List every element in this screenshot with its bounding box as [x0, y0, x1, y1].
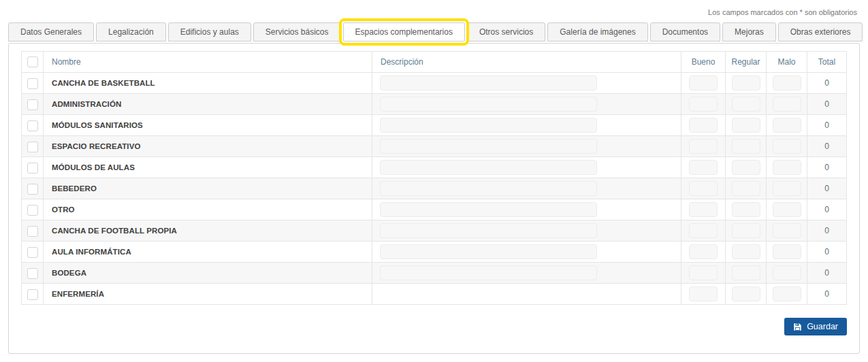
malo-input[interactable] — [773, 118, 801, 133]
tab-servicios-basicos[interactable]: Servicios básicos — [253, 22, 341, 42]
malo-input[interactable] — [773, 244, 801, 259]
bueno-input[interactable] — [689, 202, 718, 217]
bueno-input[interactable] — [689, 181, 718, 196]
col-header-malo: Malo — [767, 52, 807, 73]
regular-cell — [726, 136, 767, 157]
tab-obras-exteriores[interactable]: Obras exteriores — [778, 22, 863, 42]
regular-input[interactable] — [732, 265, 760, 280]
row-checkbox[interactable] — [27, 163, 38, 174]
regular-input[interactable] — [732, 181, 760, 196]
bueno-input[interactable] — [689, 118, 718, 133]
row-name: ESPACIO RECREATIVO — [44, 136, 372, 157]
regular-cell — [726, 220, 767, 242]
malo-input[interactable] — [773, 286, 801, 301]
regular-cell — [726, 115, 767, 136]
description-cell — [372, 220, 681, 242]
save-button[interactable]: Guardar — [784, 318, 847, 335]
total-value: 0 — [807, 178, 847, 199]
row-checkbox[interactable] — [27, 184, 38, 195]
malo-input[interactable] — [773, 202, 801, 217]
tab-otros-servicios[interactable]: Otros servicios — [467, 22, 545, 42]
bueno-input[interactable] — [689, 160, 718, 175]
table-row: BODEGA0 — [22, 263, 847, 284]
regular-input[interactable] — [732, 223, 760, 238]
malo-input[interactable] — [773, 139, 801, 154]
malo-cell — [767, 199, 807, 220]
row-checkbox-cell — [22, 73, 44, 94]
tab-documentos[interactable]: Documentos — [650, 22, 720, 42]
regular-input[interactable] — [732, 139, 760, 154]
tab-edificios-y-aulas[interactable]: Edificios y aulas — [168, 22, 251, 42]
description-cell — [372, 284, 681, 305]
description-input[interactable] — [380, 181, 597, 196]
regular-input[interactable] — [732, 286, 760, 301]
bueno-input[interactable] — [689, 97, 718, 112]
row-checkbox[interactable] — [27, 78, 38, 89]
tab-mejoras[interactable]: Mejoras — [722, 22, 776, 42]
app: Los campos marcados con * son obligatori… — [0, 0, 868, 354]
bueno-input[interactable] — [689, 223, 718, 238]
malo-input[interactable] — [773, 223, 801, 238]
regular-input[interactable] — [732, 244, 760, 259]
regular-input[interactable] — [732, 118, 760, 133]
row-checkbox-cell — [22, 284, 44, 305]
bueno-input[interactable] — [689, 139, 718, 154]
malo-input[interactable] — [773, 265, 801, 280]
regular-input[interactable] — [732, 97, 760, 112]
total-value: 0 — [807, 94, 847, 115]
col-header-total: Total — [807, 52, 847, 73]
bueno-cell — [681, 284, 726, 305]
bueno-input[interactable] — [689, 76, 718, 90]
description-input[interactable] — [380, 265, 597, 280]
bueno-cell — [681, 178, 726, 199]
row-name: CANCHA DE BASKETBALL — [44, 73, 372, 94]
row-checkbox[interactable] — [27, 226, 38, 237]
description-input[interactable] — [380, 118, 597, 133]
row-checkbox[interactable] — [27, 99, 38, 110]
bueno-input[interactable] — [689, 286, 718, 301]
regular-cell — [726, 178, 767, 199]
table-row: BEBEDERO0 — [22, 178, 847, 199]
malo-input[interactable] — [773, 76, 801, 90]
bueno-input[interactable] — [689, 244, 718, 259]
tab-legalizacion[interactable]: Legalización — [96, 22, 166, 42]
row-checkbox[interactable] — [27, 205, 38, 216]
select-all-checkbox[interactable] — [27, 56, 38, 67]
row-checkbox[interactable] — [27, 247, 38, 258]
row-checkbox-cell — [22, 157, 44, 178]
description-cell — [372, 157, 681, 178]
malo-cell — [767, 157, 807, 178]
description-input[interactable] — [380, 223, 597, 238]
regular-input[interactable] — [732, 160, 760, 175]
malo-input[interactable] — [773, 181, 801, 196]
regular-input[interactable] — [732, 202, 760, 217]
malo-cell — [767, 220, 807, 242]
description-cell — [372, 115, 681, 136]
regular-input[interactable] — [732, 76, 760, 90]
description-input[interactable] — [380, 160, 597, 175]
footer: Guardar — [21, 318, 847, 335]
row-name: AULA INFORMÁTICA — [44, 242, 372, 263]
bueno-cell — [681, 242, 726, 263]
bueno-input[interactable] — [689, 265, 718, 280]
save-button-label: Guardar — [807, 322, 838, 331]
row-checkbox[interactable] — [27, 289, 38, 300]
row-checkbox[interactable] — [27, 120, 38, 131]
col-header-regular: Regular — [726, 52, 767, 73]
description-input[interactable] — [380, 139, 597, 154]
row-checkbox[interactable] — [27, 142, 38, 152]
description-input[interactable] — [380, 202, 597, 217]
malo-input[interactable] — [773, 160, 801, 175]
description-input[interactable] — [380, 76, 597, 90]
tab-espacios-complementarios[interactable]: Espacios complementarios — [343, 22, 465, 42]
regular-cell — [726, 263, 767, 284]
tab-datos-generales[interactable]: Datos Generales — [8, 22, 94, 42]
table-row: MÓDULOS SANITARIOS0 — [22, 115, 847, 136]
malo-input[interactable] — [773, 97, 801, 112]
description-input[interactable] — [380, 97, 597, 112]
regular-cell — [726, 73, 767, 94]
tab-galeria-de-imagenes[interactable]: Galería de imágenes — [547, 22, 647, 42]
description-input[interactable] — [380, 244, 597, 259]
row-checkbox[interactable] — [27, 268, 38, 279]
malo-cell — [767, 73, 807, 94]
